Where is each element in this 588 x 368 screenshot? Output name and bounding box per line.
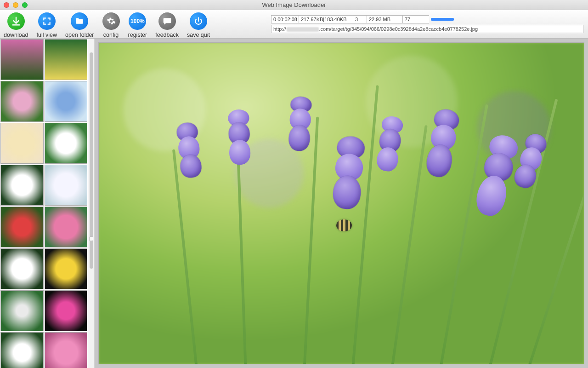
- config-button[interactable]: config: [102, 11, 120, 38]
- thumb-16[interactable]: [45, 332, 88, 368]
- thumb-13[interactable]: [0, 290, 44, 331]
- thumbnail-scrollbar[interactable]: [88, 39, 95, 368]
- url-redacted: [287, 27, 319, 32]
- download-button[interactable]: download: [4, 11, 28, 38]
- thumb-14[interactable]: [45, 290, 88, 331]
- thumb-04[interactable]: [45, 81, 88, 122]
- thumb-11[interactable]: [0, 248, 44, 289]
- register-button[interactable]: 100% register: [128, 11, 147, 38]
- openfolder-label: open folder: [65, 32, 94, 38]
- content: [0, 39, 588, 368]
- preview-image[interactable]: [98, 42, 584, 364]
- savequit-button[interactable]: save quit: [187, 11, 210, 38]
- status-area: 0 00:02:08 217.97KB|183.40KB 3 22.93 MB …: [271, 13, 588, 35]
- status-row: 0 00:02:08 217.97KB|183.40KB 3 22.93 MB …: [271, 15, 583, 23]
- toolbar: download full view open folder config 10…: [0, 10, 588, 39]
- thumbnail-image: [1, 207, 43, 247]
- thumbnail-image: [1, 291, 43, 331]
- thumb-12[interactable]: [45, 248, 88, 289]
- progress-slot: [429, 15, 583, 23]
- register-label: register: [128, 32, 147, 38]
- folder-icon: [71, 12, 88, 30]
- register-badge-icon: 100%: [129, 12, 146, 30]
- gear-icon: [102, 12, 120, 30]
- window-title: Web Image Downloader: [0, 1, 588, 8]
- thumbnail-image: [1, 81, 43, 121]
- status-size: 217.97KB|183.40KB: [299, 15, 353, 23]
- thumbnail-image: [1, 123, 43, 163]
- download-label: download: [4, 32, 28, 38]
- thumbnail-image: [1, 40, 43, 80]
- status-elapsed: 0 00:02:08: [271, 15, 299, 23]
- thumbnail-image: [45, 81, 87, 121]
- thumb-08[interactable]: [45, 165, 88, 206]
- thumbnail-panel: [0, 39, 88, 368]
- savequit-label: save quit: [187, 32, 210, 38]
- config-label: config: [103, 32, 119, 38]
- fullview-icon: [38, 12, 56, 30]
- fullview-label: full view: [37, 32, 57, 38]
- thumb-05[interactable]: [0, 123, 44, 164]
- current-url: http://.com/target/tg/345/094/066/0298e0…: [271, 25, 583, 33]
- status-total: 22.93 MB: [367, 15, 402, 23]
- thumbnail-grid: [0, 39, 88, 368]
- thumbnail-image: [45, 333, 87, 368]
- thumb-03[interactable]: [0, 81, 44, 122]
- thumbnail-image: [45, 165, 87, 205]
- url-prefix: http://: [273, 26, 286, 32]
- thumbnail-image: [45, 123, 87, 163]
- thumb-15[interactable]: [0, 332, 44, 368]
- thumb-09[interactable]: [0, 207, 44, 247]
- speech-icon: [158, 12, 176, 30]
- thumbnail-image: [1, 333, 43, 368]
- thumb-01[interactable]: [0, 39, 44, 80]
- titlebar: Web Image Downloader: [0, 0, 588, 10]
- url-suffix: .com/target/tg/345/094/066/0298e0c3928d4…: [319, 26, 478, 32]
- status-active: 3: [353, 15, 367, 23]
- openfolder-button[interactable]: open folder: [65, 11, 94, 38]
- progress-bar: [431, 18, 454, 21]
- thumbnail-image: [1, 165, 43, 205]
- download-icon: [7, 12, 25, 30]
- power-icon: [190, 12, 207, 30]
- thumb-06[interactable]: [45, 123, 88, 164]
- thumb-10[interactable]: [45, 207, 88, 247]
- feedback-label: feedback: [155, 32, 179, 38]
- preview-pane: [95, 39, 588, 368]
- thumb-02[interactable]: [45, 39, 88, 80]
- splitter-grip[interactable]: [89, 236, 93, 241]
- thumb-07[interactable]: [0, 165, 44, 206]
- thumbnail-image: [45, 249, 87, 289]
- feedback-button[interactable]: feedback: [155, 11, 179, 38]
- thumbnail-image: [1, 249, 43, 289]
- thumbnail-image: [45, 40, 87, 80]
- status-count: 77: [402, 15, 429, 23]
- thumbnail-image: [45, 291, 87, 331]
- thumbnail-image: [45, 207, 87, 247]
- fullview-button[interactable]: full view: [37, 11, 57, 38]
- url-row: http://.com/target/tg/345/094/066/0298e0…: [271, 25, 583, 33]
